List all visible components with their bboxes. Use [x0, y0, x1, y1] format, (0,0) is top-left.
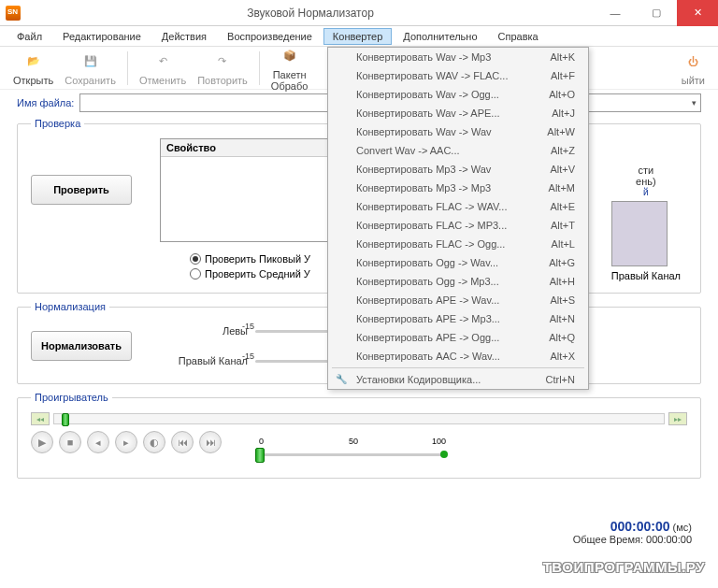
minimize-button[interactable]: — [595, 0, 636, 26]
right-channel-label: Правый Канал [164, 355, 248, 366]
open-label: Открыть [13, 75, 53, 86]
folder-open-icon: 📂 [22, 50, 45, 73]
tick-0: 0 [259, 437, 264, 446]
dropdown-item[interactable]: Конвертировать WAV -> FLAC...Alt+F [328, 66, 588, 85]
menu-play[interactable]: Воспроизведение [218, 28, 322, 45]
time-display: 000:00:00 (мс) Общее Время: 000:00:00 [573, 519, 692, 545]
close-button[interactable]: ✕ [677, 0, 718, 26]
redo-icon: ↷ [211, 50, 234, 73]
undo-icon: ↶ [151, 50, 174, 73]
normalize-button[interactable]: Нормализовать [31, 331, 132, 361]
tick-100: 100 [432, 437, 446, 446]
app-icon [6, 6, 21, 21]
dropdown-item[interactable]: Конвертировать APE -> Ogg...Alt+Q [328, 328, 588, 347]
seek-bar[interactable] [53, 413, 665, 424]
table-header: Свойство [161, 139, 327, 157]
save-label: Сохранить [65, 75, 116, 86]
radio-icon [190, 253, 201, 265]
radio-avg-label: Проверить Средний У [205, 268, 310, 280]
check-legend: Проверка [31, 118, 84, 129]
next-button[interactable]: ▸ [115, 431, 137, 453]
prev-button[interactable]: ◂ [87, 431, 109, 453]
menu-convert[interactable]: Конвертер [323, 28, 392, 45]
range-slider[interactable]: 0 50 100 [259, 437, 446, 465]
menu-extra[interactable]: Дополнительно [394, 28, 486, 45]
toolbar-separator [259, 51, 260, 85]
menubar: Файл Редактирование Действия Воспроизвед… [0, 26, 718, 47]
dropdown-item[interactable]: Конвертировать FLAC -> Ogg...Alt+L [328, 235, 588, 253]
save-icon: 💾 [79, 50, 102, 73]
filename-label: Имя файла: [17, 97, 74, 108]
left-channel-label: Левы [164, 325, 248, 337]
player-group: Проигрыватель ◂◂ ▸▸ ▶ ■ ◂ ▸ ◐ ⏮ ⏭ 0 [17, 392, 701, 479]
radio-peak-label: Проверить Пиковый У [205, 253, 310, 265]
property-table: Свойство [160, 138, 328, 242]
menu-edit[interactable]: Редактирование [53, 28, 151, 45]
exit-button[interactable]: ⏻ыйти [682, 50, 705, 86]
dropdown-item[interactable]: Конвертировать Wav -> Mp3Alt+K [328, 48, 588, 66]
right-preview: сти ень) й Правый Канал [611, 165, 681, 281]
dropdown-encoder-settings[interactable]: Установки Кодировщика...Ctrl+N [328, 370, 588, 389]
slider-min: -15 [242, 322, 254, 331]
menu-help[interactable]: Справка [489, 28, 548, 45]
time-unit: (мс) [673, 522, 692, 533]
undo-label: Отменить [139, 75, 186, 86]
dropdown-item[interactable]: Конвертировать Mp3 -> Mp3Alt+M [328, 179, 588, 197]
dropdown-item[interactable]: Конвертировать FLAC -> WAV...Alt+E [328, 197, 588, 216]
watermark: ТВОИПРОГРАММЫ.РУ [543, 559, 705, 575]
channel-thumbnail [611, 201, 668, 266]
right-channel-caption: Правый Канал [611, 270, 681, 281]
dropdown-item[interactable]: Конвертировать Ogg -> Mp3...Alt+H [328, 272, 588, 291]
normalize-legend: Нормализация [31, 301, 109, 312]
skip-fwd-button[interactable]: ⏭ [199, 431, 222, 453]
dropdown-item[interactable]: Конвертировать APE -> Wav...Alt+S [328, 291, 588, 309]
total-time: 000:00:00 [646, 534, 692, 545]
stop-button[interactable]: ■ [59, 431, 81, 453]
exit-icon: ⏻ [682, 50, 704, 73]
play-button[interactable]: ▶ [31, 431, 53, 453]
menu-file[interactable]: Файл [7, 28, 51, 45]
undo-button[interactable]: ↶Отменить [139, 50, 186, 86]
dropdown-item[interactable]: Конвертировать Wav -> Ogg...Alt+O [328, 85, 588, 104]
radio-icon [190, 268, 201, 280]
dropdown-item[interactable]: Конвертировать Wav -> APE...Alt+J [328, 104, 588, 122]
table-body [161, 157, 327, 241]
check-button[interactable]: Проверить [31, 175, 132, 205]
hint-text: ень) [611, 176, 681, 187]
save-button[interactable]: 💾Сохранить [65, 50, 116, 86]
seek-handle[interactable] [62, 413, 69, 426]
dropdown-item[interactable]: Конвертировать FLAC -> MP3...Alt+T [328, 216, 588, 235]
batch-icon: 📦 [279, 45, 301, 67]
maximize-button[interactable]: ▢ [636, 0, 677, 26]
current-time: 000:00:00 [610, 519, 670, 534]
total-time-label: Общее Время: [573, 534, 643, 545]
dropdown-item[interactable]: Конвертировать Ogg -> Wav...Alt+G [328, 253, 588, 272]
redo-label: Повторить [197, 75, 248, 86]
dropdown-item[interactable]: Convert Wav -> AAC...Alt+Z [328, 141, 588, 160]
slider-min: -15 [242, 351, 254, 361]
seek-fwd-button[interactable]: ▸▸ [668, 412, 687, 425]
skip-back-button[interactable]: ⏮ [171, 431, 194, 453]
toolbar-separator [127, 51, 128, 85]
redo-button[interactable]: ↷Повторить [197, 50, 248, 86]
player-legend: Проигрыватель [31, 392, 112, 403]
range-handle[interactable] [255, 448, 265, 463]
dropdown-item[interactable]: Конвертировать AAC -> Wav...Alt+X [328, 347, 588, 366]
tick-50: 50 [349, 437, 358, 446]
dropdown-separator [332, 367, 584, 368]
exit-label: ыйти [682, 75, 705, 86]
batch-button[interactable]: 📦Пакетн Обрабо [271, 45, 309, 92]
hint-text: сти [611, 165, 681, 176]
loop-button[interactable]: ◐ [143, 431, 165, 453]
menu-actions[interactable]: Действия [152, 28, 216, 45]
dropdown-item[interactable]: Конвертировать APE -> Mp3...Alt+N [328, 309, 588, 328]
batch-label: Пакетн Обрабо [271, 69, 309, 92]
seek-back-button[interactable]: ◂◂ [31, 412, 50, 425]
window-title: Звуковой Нормализатор [26, 7, 595, 20]
convert-dropdown: Конвертировать Wav -> Mp3Alt+KКонвертиро… [327, 47, 589, 390]
hint-text: й [611, 187, 681, 197]
dropdown-item[interactable]: Конвертировать Mp3 -> WavAlt+V [328, 160, 588, 179]
dropdown-item[interactable]: Конвертировать Wav -> WavAlt+W [328, 122, 588, 141]
open-button[interactable]: 📂Открыть [13, 50, 53, 86]
titlebar: Звуковой Нормализатор — ▢ ✕ [0, 0, 718, 26]
